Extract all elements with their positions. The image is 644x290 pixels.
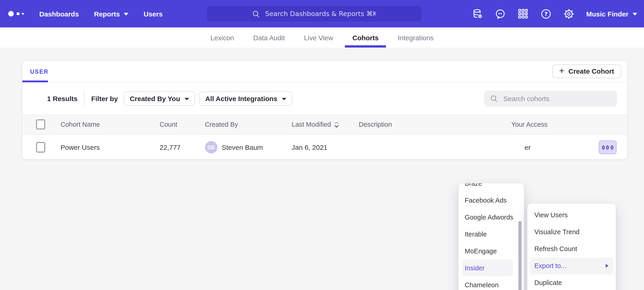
- submenu-item-facebook-ads[interactable]: Facebook Ads: [458, 192, 524, 209]
- tab-live-view[interactable]: Live View: [303, 28, 334, 48]
- tab-integrations[interactable]: Integrations: [397, 28, 434, 48]
- menu-item-duplicate[interactable]: Duplicate: [528, 274, 616, 290]
- divider: [84, 91, 84, 106]
- export-destinations-submenu: Braze Facebook Ads Google Adwords Iterab…: [458, 183, 524, 290]
- apps-grid-icon[interactable]: [518, 8, 529, 19]
- user-tab-underline: [22, 80, 48, 82]
- filter-integrations-dropdown[interactable]: All Active Integrations: [199, 91, 292, 106]
- project-switcher[interactable]: Music Finder: [586, 10, 637, 18]
- app-viewport: Dashboards Reports Users: [0, 0, 644, 290]
- nav-item-users[interactable]: Users: [144, 10, 162, 18]
- row-checkbox[interactable]: [36, 142, 45, 153]
- search-icon: [490, 95, 498, 102]
- submenu-item-insider[interactable]: Insider: [462, 259, 513, 276]
- table-row: Power Users 22,777 SB Steven Baum Jan 6,…: [22, 134, 627, 160]
- submenu-scrollbar-thumb[interactable]: [518, 221, 522, 290]
- select-all-checkbox[interactable]: [36, 120, 45, 130]
- feedback-icon[interactable]: [495, 8, 506, 19]
- submenu-item-iterable[interactable]: Iterable: [458, 225, 524, 242]
- filter-bar: 1 Results Filter by Created By You All A…: [22, 82, 627, 115]
- tab-cohorts[interactable]: Cohorts: [352, 28, 380, 48]
- svg-text:?: ?: [544, 11, 548, 17]
- created-by-name: Steven Baum: [222, 144, 263, 152]
- top-nav: Dashboards Reports Users: [0, 0, 644, 28]
- project-name: Music Finder: [586, 10, 628, 18]
- cohorts-page: USER + Create Cohort 1 Results Filter by…: [0, 48, 644, 290]
- chevron-down-icon: [282, 98, 286, 100]
- cohorts-card: USER + Create Cohort 1 Results Filter by…: [22, 60, 627, 160]
- caret-down-icon: [632, 13, 637, 16]
- column-count: Count: [160, 121, 177, 128]
- global-search-input[interactable]: [264, 10, 376, 18]
- column-created-by: Created By: [205, 121, 238, 128]
- column-last-modified[interactable]: Last Modified: [292, 121, 339, 128]
- menu-item-visualize-trend[interactable]: Visualize Trend: [528, 223, 616, 240]
- menu-item-view-users[interactable]: View Users: [528, 207, 616, 223]
- cohort-search-input[interactable]: [502, 94, 609, 103]
- your-access-value-fragment: er: [524, 144, 531, 152]
- filter-created-by-dropdown[interactable]: Created By You: [124, 91, 195, 106]
- column-description: Description: [359, 121, 392, 128]
- chevron-down-icon: [185, 98, 189, 100]
- row-actions-ellipsis-button[interactable]: [598, 140, 616, 154]
- data-governance-icon[interactable]: [472, 8, 483, 19]
- row-context-menu: View Users Visualize Trend Refresh Count…: [527, 203, 616, 290]
- primary-nav: Dashboards Reports Users: [39, 10, 162, 18]
- caret-down-icon: [124, 13, 128, 16]
- export-destinations-list: Braze Facebook Ads Google Adwords Iterab…: [458, 183, 524, 290]
- last-modified-date: Jan 6, 2021: [292, 144, 328, 152]
- submenu-item-braze[interactable]: Braze: [458, 183, 524, 192]
- plus-icon: +: [559, 66, 564, 75]
- nav-item-reports[interactable]: Reports: [94, 10, 128, 18]
- menu-item-refresh-count[interactable]: Refresh Count: [528, 240, 616, 257]
- submenu-item-moengage[interactable]: MoEngage: [458, 242, 524, 259]
- cohort-type-tab-user[interactable]: USER: [30, 68, 49, 75]
- column-your-access: Your Access: [511, 121, 548, 128]
- submenu-item-google-adwords[interactable]: Google Adwords: [458, 209, 524, 225]
- column-cohort-name: Cohort Name: [60, 121, 100, 128]
- brand-logo-icon[interactable]: [8, 11, 24, 17]
- cohort-search[interactable]: [484, 91, 617, 107]
- cohort-name-link[interactable]: Power Users: [60, 144, 100, 152]
- active-tab-underline: [345, 45, 386, 48]
- create-cohort-button[interactable]: + Create Cohort: [552, 64, 621, 78]
- sort-icon: [334, 122, 339, 128]
- submenu-arrow-icon: [606, 264, 608, 268]
- avatar: SB: [205, 141, 217, 154]
- tab-data-audit[interactable]: Data Audit: [252, 28, 286, 48]
- nav-item-dashboards[interactable]: Dashboards: [39, 10, 79, 18]
- tab-lexicon[interactable]: Lexicon: [210, 28, 235, 48]
- results-count: 1 Results: [47, 95, 78, 102]
- global-search[interactable]: [207, 6, 422, 22]
- ellipsis-icon: [602, 145, 604, 149]
- search-icon: [252, 10, 260, 18]
- nav-right: ? Music Finder: [472, 0, 637, 28]
- section-tabs: Lexicon Data Audit Live View Cohorts Int…: [0, 28, 644, 48]
- menu-item-export-to[interactable]: Export to...: [530, 257, 614, 274]
- cohort-type-header: USER + Create Cohort: [22, 61, 627, 82]
- table-header: Cohort Name Count Created By Last Modifi…: [22, 115, 627, 134]
- settings-icon[interactable]: [564, 8, 574, 19]
- filter-by-label: Filter by: [91, 95, 118, 102]
- cohort-count: 22,777: [160, 144, 181, 152]
- submenu-item-chameleon[interactable]: Chameleon: [458, 276, 524, 290]
- help-icon[interactable]: ?: [540, 8, 552, 19]
